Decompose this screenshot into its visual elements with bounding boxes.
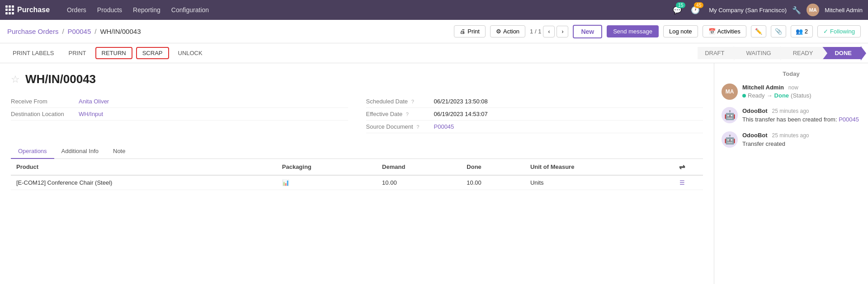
- prev-page-button[interactable]: ‹: [543, 26, 555, 37]
- clock-icon-btn[interactable]: 🕐 45: [691, 6, 700, 14]
- following-button[interactable]: ✓ Following: [817, 25, 861, 37]
- msg-status-change-0: Ready → Done (Status): [742, 92, 861, 99]
- cell-done: 10.00: [461, 175, 525, 190]
- col-demand: Demand: [377, 159, 461, 175]
- status-waiting[interactable]: WAITING: [734, 47, 780, 59]
- column-settings-icon[interactable]: ⇌: [679, 163, 685, 171]
- source-doc-label: Source Document ?: [366, 123, 434, 130]
- cell-packaging: 📊: [277, 175, 377, 190]
- msg-time-2: 25 minutes ago: [772, 132, 809, 139]
- nav-orders[interactable]: Orders: [62, 5, 91, 15]
- source-doc-value[interactable]: P00045: [434, 123, 454, 130]
- app-name[interactable]: Purchase: [17, 6, 50, 14]
- nav-products[interactable]: Products: [93, 5, 127, 15]
- action-button[interactable]: ⚙ Action: [490, 25, 525, 37]
- breadcrumb-actions: 🖨 Print ⚙ Action 1 / 1 ‹ › New Send mess…: [454, 25, 861, 38]
- chatter-today-label: Today: [722, 70, 861, 77]
- cell-product: [E-COM12] Conference Chair (Steel): [11, 175, 277, 190]
- msg-body-2: Transfer created: [742, 140, 861, 149]
- scheduled-date-value: 06/21/2023 13:50:08: [434, 98, 488, 105]
- table-row: [E-COM12] Conference Chair (Steel) 📊 10.…: [11, 175, 703, 190]
- topbar-right: 💬 15 🕐 45 My Company (San Francisco) 🔧 M…: [673, 4, 863, 16]
- nav-menu: Orders Products Reporting Configuration: [62, 5, 673, 15]
- users-button[interactable]: 👥 2: [791, 25, 813, 37]
- bot-icon-2: 🤖: [724, 134, 736, 145]
- operations-table: Product Packaging Demand Done Unit of Me…: [11, 159, 703, 190]
- effective-date-help: ?: [406, 112, 409, 117]
- scrap-button[interactable]: SCRAP: [136, 47, 169, 59]
- grid-icon: [5, 5, 14, 14]
- status-pipeline: DRAFT WAITING READY DONE: [698, 47, 861, 59]
- msg-content-1: OdooBot 25 minutes ago This transfer has…: [742, 107, 861, 124]
- print-button[interactable]: 🖨 Print: [454, 25, 486, 37]
- record-title: ☆ WH/IN/00043: [11, 72, 703, 86]
- effective-date-field: Effective Date ? 06/19/2023 14:53:07: [366, 108, 703, 121]
- status-to: Done: [774, 92, 789, 99]
- receive-from-label: Receive From: [11, 98, 79, 105]
- bot-icon: 🤖: [724, 110, 736, 121]
- msg-content-0: Mitchell Admin now Ready → Done (Status): [742, 84, 861, 100]
- user-name: Mitchell Admin: [825, 7, 863, 14]
- scheduled-date-field: Scheduled Date ? 06/21/2023 13:50:08: [366, 95, 703, 108]
- tab-note[interactable]: Note: [106, 144, 132, 159]
- gear-icon: ⚙: [496, 28, 501, 35]
- source-doc-field: Source Document ? P00045: [366, 121, 703, 133]
- chatter-message-1: 🤖 OdooBot 25 minutes ago This transfer h…: [722, 107, 861, 124]
- next-page-button[interactable]: ›: [557, 26, 568, 37]
- destination-value[interactable]: WH/Input: [79, 111, 103, 117]
- star-icon[interactable]: ☆: [11, 74, 20, 85]
- tab-additional-info[interactable]: Additional Info: [54, 144, 106, 159]
- breadcrumb-purchase-orders[interactable]: Purchase Orders: [7, 28, 58, 35]
- row-detail-icon[interactable]: ☰: [679, 179, 685, 186]
- paperclip-icon-button[interactable]: 📎: [771, 25, 786, 37]
- msg-time-0: now: [788, 84, 798, 91]
- msg-link-p00045[interactable]: P00045: [839, 116, 859, 123]
- tab-operations[interactable]: Operations: [11, 144, 54, 159]
- avatar-mitchell: MA: [722, 84, 738, 100]
- settings-icon-btn[interactable]: 🔧: [792, 6, 801, 14]
- checkmark-icon: ✓: [823, 28, 828, 35]
- col-unit: Unit of Measure: [525, 159, 661, 175]
- log-note-button[interactable]: Log note: [663, 25, 698, 37]
- msg-content-2: OdooBot 25 minutes ago Transfer created: [742, 131, 861, 149]
- scheduled-date-label: Scheduled Date ?: [366, 98, 434, 105]
- company-name: My Company (San Francisco): [709, 7, 787, 14]
- cell-unit: Units: [525, 175, 661, 190]
- nav-reporting[interactable]: Reporting: [128, 5, 165, 15]
- receive-from-value[interactable]: Anita Oliver: [79, 98, 109, 105]
- avatar-odoobot-2: 🤖: [722, 131, 738, 148]
- print-action-button[interactable]: PRINT: [63, 47, 92, 59]
- nav-configuration[interactable]: Configuration: [167, 5, 213, 15]
- pencil-icon-button[interactable]: ✏️: [751, 25, 766, 37]
- msg-author-1: OdooBot: [742, 107, 768, 114]
- status-ready[interactable]: READY: [780, 47, 822, 59]
- effective-date-value: 06/19/2023 14:53:07: [434, 111, 488, 117]
- forecast-icon[interactable]: 📊: [282, 179, 289, 186]
- right-fields: Scheduled Date ? 06/21/2023 13:50:08 Eff…: [366, 95, 703, 133]
- app-logo[interactable]: Purchase: [5, 5, 59, 14]
- status-dot: [742, 94, 746, 98]
- new-button[interactable]: New: [573, 25, 602, 38]
- avatar[interactable]: MA: [807, 4, 819, 16]
- send-message-button[interactable]: Send message: [607, 25, 659, 37]
- msg-time-1: 25 minutes ago: [772, 108, 809, 114]
- breadcrumb-p00045[interactable]: P00045: [68, 28, 91, 35]
- print-labels-button[interactable]: PRINT LABELS: [7, 47, 60, 59]
- status-done[interactable]: DONE: [822, 47, 861, 59]
- help-icon-btn[interactable]: 💬 15: [673, 6, 682, 14]
- chatter-message-0: MA Mitchell Admin now Ready → Done (Stat…: [722, 84, 861, 100]
- avatar-odoobot-1: 🤖: [722, 107, 738, 123]
- col-done: Done: [461, 159, 525, 175]
- status-label: (Status): [791, 92, 811, 99]
- receive-from-field: Receive From Anita Oliver: [11, 95, 348, 108]
- activities-button[interactable]: 📅 Activities: [703, 25, 746, 37]
- msg-author-0: Mitchell Admin: [742, 84, 784, 91]
- breadcrumb-bar: Purchase Orders / P00045 / WH/IN/00043 🖨…: [0, 20, 868, 43]
- return-button[interactable]: RETURN: [95, 47, 132, 59]
- effective-date-label: Effective Date ?: [366, 111, 434, 117]
- msg-body-1: This transfer has been created from: P00…: [742, 115, 861, 124]
- scheduled-date-help: ?: [411, 99, 414, 104]
- cell-demand: 10.00: [377, 175, 461, 190]
- unlock-button[interactable]: UNLOCK: [173, 47, 208, 59]
- status-draft[interactable]: DRAFT: [698, 47, 733, 59]
